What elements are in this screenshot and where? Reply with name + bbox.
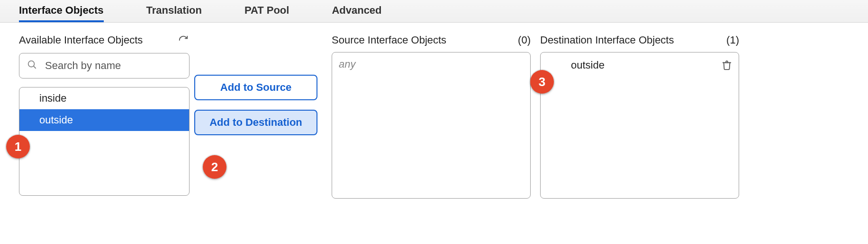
svg-line-1 [34, 66, 36, 68]
trash-icon[interactable] [722, 60, 732, 70]
destination-count: (1) [726, 34, 739, 46]
source-placeholder: any [339, 58, 355, 70]
add-to-source-button[interactable]: Add to Source [194, 75, 317, 100]
tab-pat-pool[interactable]: PAT Pool [244, 1, 289, 22]
annotation-callout-3: 3 [530, 70, 554, 94]
destination-title: Destination Interface Objects [540, 34, 674, 46]
annotation-callout-1: 1 [6, 135, 30, 158]
tab-interface-objects[interactable]: Interface Objects [19, 1, 104, 22]
destination-item-label: outside [571, 59, 605, 71]
destination-item: outside [547, 58, 732, 75]
add-to-destination-button[interactable]: Add to Destination [194, 110, 317, 135]
source-title: Source Interface Objects [332, 34, 446, 46]
list-item[interactable]: inside [19, 87, 189, 109]
destination-drop-box[interactable]: outside [540, 52, 739, 199]
search-icon [27, 59, 37, 72]
available-title: Available Interface Objects [19, 34, 143, 46]
svg-point-0 [28, 61, 35, 67]
source-drop-box[interactable]: any [332, 52, 531, 199]
source-count: (0) [518, 34, 531, 46]
list-item[interactable]: outside [19, 109, 189, 131]
annotation-callout-2: 2 [203, 155, 226, 179]
tab-advanced[interactable]: Advanced [332, 1, 381, 22]
search-input[interactable] [19, 53, 190, 78]
available-list: inside outside [19, 87, 190, 196]
refresh-icon[interactable] [177, 34, 190, 46]
tab-translation[interactable]: Translation [146, 1, 202, 22]
tab-bar: Interface Objects Translation PAT Pool A… [0, 0, 868, 23]
